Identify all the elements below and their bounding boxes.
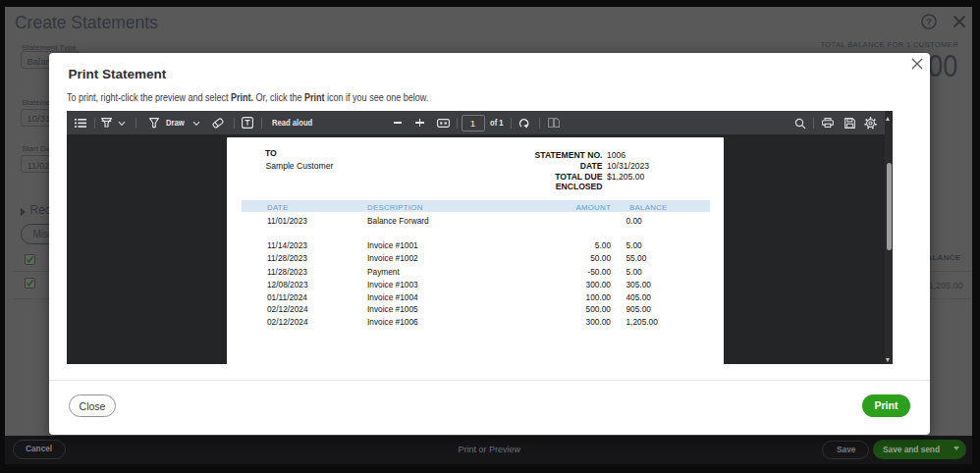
svg-text:?: ? — [926, 17, 932, 26]
